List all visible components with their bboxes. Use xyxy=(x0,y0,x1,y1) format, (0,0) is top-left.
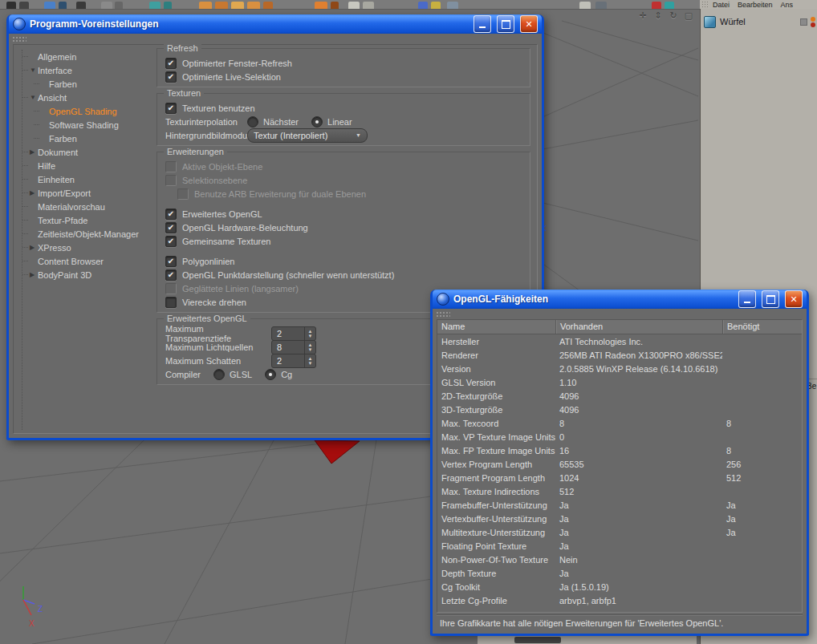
grip-icon[interactable] xyxy=(12,36,26,43)
toolbar-icon[interactable] xyxy=(247,2,260,9)
toolbar-icon[interactable] xyxy=(331,2,339,9)
toolbar-icon[interactable] xyxy=(115,2,123,9)
minimize-button[interactable] xyxy=(474,15,491,33)
maximize-button[interactable] xyxy=(497,15,514,33)
toolbar-icon[interactable] xyxy=(652,2,661,9)
toolbar-icon[interactable] xyxy=(231,2,244,9)
checkbox-texturen-benutzen[interactable]: ✔ xyxy=(165,103,177,114)
tree-item-allgemein[interactable]: Allgemein xyxy=(22,50,157,63)
column-header-name[interactable]: Name xyxy=(437,320,555,334)
editor-visibility-dot-icon[interactable] xyxy=(811,17,815,22)
toolbar-icon[interactable] xyxy=(431,2,441,9)
tree-item-hilfe[interactable]: Hilfe xyxy=(22,159,157,172)
toolbar-icon[interactable] xyxy=(418,2,428,9)
tree-item-einheiten[interactable]: Einheiten xyxy=(22,172,157,186)
opengl-client: NameVorhandenBenötigt HerstellerATI Tech… xyxy=(433,309,807,634)
toolbar-icon[interactable] xyxy=(315,2,327,9)
checkbox-optimierter-fenster-refresh[interactable]: ✔ xyxy=(165,58,177,69)
toolbar-icon[interactable] xyxy=(76,2,86,9)
pan-view-icon[interactable]: ✛ xyxy=(637,10,648,21)
toolbar-icon[interactable] xyxy=(348,2,360,9)
cell-name: Vertexbuffer-Unterstützung xyxy=(437,514,555,524)
tree-expander-closed-icon[interactable]: ▶ xyxy=(30,148,38,156)
tree-item-interface[interactable]: ▼Interface xyxy=(22,63,157,77)
spin-down-icon[interactable]: ▼ xyxy=(308,334,313,338)
dolly-view-icon[interactable]: ⇕ xyxy=(652,10,664,21)
toggle-view-icon[interactable]: ▢ xyxy=(683,10,694,21)
toolbar-icon[interactable] xyxy=(447,2,458,9)
layer-icon[interactable] xyxy=(800,18,807,26)
tree-item-xpresso[interactable]: ▶XPresso xyxy=(22,241,157,254)
tree-label: XPresso xyxy=(38,243,71,253)
spinner-maximum-schatten[interactable]: 2▲▼ xyxy=(271,354,316,368)
checkbox-opengl-hardware-beleuchtung[interactable]: ✔ xyxy=(165,222,177,233)
toolbar-icon[interactable] xyxy=(665,2,674,9)
close-button[interactable]: ✕ xyxy=(520,15,538,33)
column-header-vorhanden[interactable]: Vorhanden xyxy=(555,320,722,334)
tree-connector xyxy=(22,274,28,275)
menu-ans[interactable]: Ans xyxy=(781,1,794,9)
toolbar-icon[interactable] xyxy=(6,2,16,9)
spin-down-icon[interactable]: ▼ xyxy=(308,361,313,366)
tree-item-textur-pfade[interactable]: Textur-Pfade xyxy=(22,213,157,227)
tree-item-dokument[interactable]: ▶Dokument xyxy=(22,145,157,159)
spinner-arrows[interactable]: ▲▼ xyxy=(304,327,315,340)
spinner-arrows[interactable]: ▲▼ xyxy=(304,354,315,367)
toolbar-icon[interactable] xyxy=(579,2,591,9)
toolbar-icon[interactable] xyxy=(215,2,228,9)
rotate-view-icon[interactable]: ↻ xyxy=(668,10,679,21)
tree-expander-open-icon[interactable]: ▼ xyxy=(30,94,38,101)
checkbox-erweitertes-opengl[interactable]: ✔ xyxy=(165,209,177,220)
checkbox-vierecke-drehen[interactable] xyxy=(165,297,177,308)
tree-item-farben[interactable]: Farben xyxy=(22,77,157,91)
tree-item-bodypaint-3d[interactable]: ▶BodyPaint 3D xyxy=(22,268,157,281)
tree-item-ansicht[interactable]: ▼Ansicht xyxy=(22,91,157,104)
radio-glsl[interactable] xyxy=(213,369,225,380)
column-header-ben-tigt[interactable]: Benötigt xyxy=(722,320,802,334)
toolbar-icon[interactable] xyxy=(59,2,67,9)
tree-item-materialvorschau[interactable]: Materialvorschau xyxy=(22,200,157,213)
render-visibility-dot-icon[interactable] xyxy=(811,22,815,27)
radio-linear[interactable] xyxy=(311,116,323,128)
tree-item-import-export[interactable]: ▶Import/Export xyxy=(22,186,157,200)
spinner-maximum-lichtquellen[interactable]: 8▲▼ xyxy=(271,340,316,354)
tree-item-content-browser[interactable]: Content Browser xyxy=(22,254,157,268)
menu-bearbeiten[interactable]: Bearbeiten xyxy=(738,1,773,9)
radio-cg[interactable] xyxy=(265,369,276,380)
checkbox-optimierte-live-selektion[interactable]: ✔ xyxy=(165,71,177,83)
tree-item-opengl-shading[interactable]: OpenGL Shading xyxy=(22,104,157,118)
tree-expander-open-icon[interactable]: ▼ xyxy=(30,67,38,74)
toolbar-icon[interactable] xyxy=(199,2,212,9)
close-button[interactable]: ✕ xyxy=(785,290,803,308)
grip-icon[interactable] xyxy=(436,311,450,318)
menu-datei[interactable]: Datei xyxy=(713,1,730,9)
grip-icon[interactable] xyxy=(701,1,709,8)
tree-item-farben[interactable]: Farben xyxy=(22,132,157,145)
checkbox-opengl-punktdarstellung-schneller-wenn-unterst-tzt[interactable]: ✔ xyxy=(165,269,177,281)
toolbar-icon[interactable] xyxy=(164,2,172,9)
toolbar-icon[interactable] xyxy=(263,2,273,9)
minimize-button[interactable] xyxy=(738,290,756,308)
tree-expander-closed-icon[interactable]: ▶ xyxy=(30,244,38,251)
tree-item-zeitleiste-objekt-manager[interactable]: Zeitleiste/Objekt-Manager xyxy=(22,227,157,241)
toolbar-icon[interactable] xyxy=(19,2,29,9)
toolbar-icon[interactable] xyxy=(101,2,112,9)
toolbar-icon[interactable] xyxy=(149,2,161,9)
toolbar-icon[interactable] xyxy=(363,2,374,9)
radio-n-chster[interactable] xyxy=(247,116,258,128)
maximize-button[interactable] xyxy=(762,290,779,308)
tree-item-software-shading[interactable]: Software Shading xyxy=(22,118,157,132)
spinner-arrows[interactable]: ▲▼ xyxy=(304,341,315,354)
tree-expander-closed-icon[interactable]: ▶ xyxy=(30,271,38,278)
toolbar-icon[interactable] xyxy=(595,2,607,9)
spinner-maximum-transparenztiefe[interactable]: 2▲▼ xyxy=(271,326,316,341)
checkbox-gemeinsame-texturen[interactable]: ✔ xyxy=(165,236,177,247)
toolbar-icon[interactable] xyxy=(44,2,55,9)
opengl-titlebar[interactable]: OpenGL-Fähigkeiten ✕ xyxy=(433,290,807,309)
checkbox-polygonlinien[interactable]: ✔ xyxy=(165,256,177,267)
preferences-titlebar[interactable]: Programm-Voreinstellungen ✕ xyxy=(9,14,542,34)
dropdown-hintergrundbildmodus[interactable]: Textur (Interpoliert)▼ xyxy=(247,128,368,143)
spin-down-icon[interactable]: ▼ xyxy=(308,347,313,352)
tree-expander-closed-icon[interactable]: ▶ xyxy=(30,189,38,196)
object-item-wuerfel[interactable]: Würfel xyxy=(704,14,815,29)
